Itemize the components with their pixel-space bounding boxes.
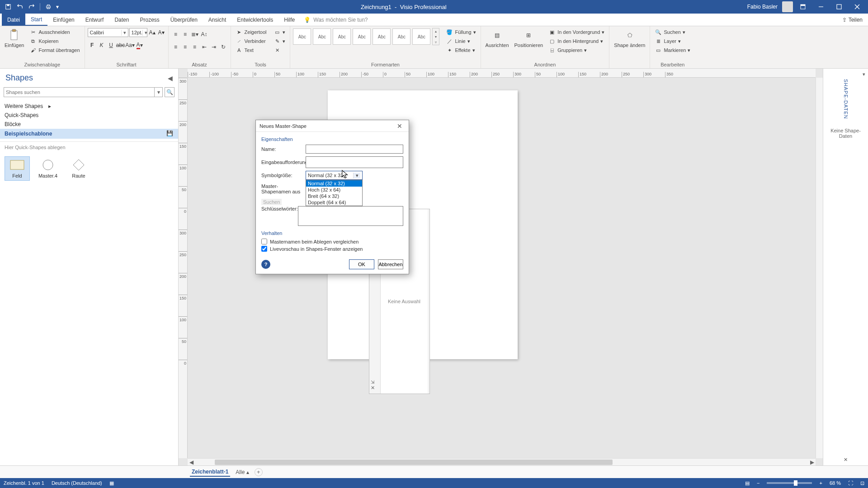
tab-start[interactable]: Start [25,14,47,26]
ok-button[interactable]: OK [349,259,374,269]
tell-me[interactable]: 💡 Was möchten Sie tun? [304,14,368,26]
cancel-button[interactable]: Abbrechen [378,259,403,269]
live-preview-checkbox[interactable]: Livevorschau in Shapes-Fenster anzeigen [261,246,403,252]
change-shape-button[interactable]: ⬠Shape ändern [612,28,647,49]
page-tab-1[interactable]: Zeichenblatt-1 [190,468,230,477]
line-button[interactable]: ／Linie ▾ [444,37,477,45]
case-button[interactable]: Aa▾ [126,41,135,50]
style-swatch[interactable]: Abc [293,28,311,45]
style-swatch[interactable]: Abc [313,28,331,45]
dialog-close-icon[interactable]: ✕ [394,121,405,131]
connect-point-tool[interactable]: ✕ [272,46,287,54]
indent-dec-icon[interactable]: ⇤ [200,42,209,52]
style-swatch[interactable]: Abc [412,28,430,45]
name-input[interactable] [306,145,403,154]
underline-button[interactable]: U [107,41,116,50]
tab-developer[interactable]: Entwicklertools [231,14,278,26]
text-tool[interactable]: AText [234,46,269,54]
match-names-checkbox[interactable]: Masternamen beim Ablegen vergleichen [261,239,403,244]
bring-front-button[interactable]: ▣In den Vordergrund ▾ [547,28,606,36]
collapse-icon[interactable]: ◀ [168,75,173,82]
tab-view[interactable]: Ansicht [203,14,231,26]
iconsize-option[interactable]: Hoch (32 x 64) [306,187,362,193]
zoom-in-icon[interactable]: + [819,480,822,486]
rectangle-tool[interactable]: ▭▾ [272,28,287,36]
paste-button[interactable]: Einfügen [3,28,26,49]
undo-icon[interactable] [14,1,25,12]
style-swatch[interactable]: Abc [353,28,371,45]
italic-button[interactable]: K [97,41,106,50]
pin-icon[interactable]: ⇲ [371,380,374,385]
vertical-scrollbar[interactable] [816,78,823,458]
select-button[interactable]: ▭Markieren ▾ [653,46,692,54]
add-page-button[interactable]: + [255,468,263,476]
style-gallery[interactable]: Abc Abc Abc Abc Abc Abc Abc ▴▾▿ [293,28,439,45]
share-button[interactable]: ⇪ Teilen [837,14,868,26]
shapes-search-input[interactable] [4,87,155,97]
indent-inc-icon[interactable]: ⇥ [209,42,218,52]
layer-button[interactable]: ≣Layer ▾ [653,37,692,45]
keywords-input[interactable] [298,206,403,226]
scroll-thumb[interactable] [215,460,613,465]
align-middle-icon[interactable]: ≡ [181,30,190,39]
maximize-icon[interactable] [831,0,847,14]
font-name-combo[interactable]: Calibri▾ [88,28,128,37]
font-color-button[interactable]: A▾ [135,41,144,50]
minimize-icon[interactable] [813,0,829,14]
align-button[interactable]: ▤Ausrichten [484,28,511,49]
align-center-icon[interactable]: ≡ [181,42,190,52]
tab-help[interactable]: Hilfe [278,14,300,26]
more-shapes-item[interactable]: Weitere Shapes▸ [0,102,178,111]
presentation-mode-icon[interactable]: ▤ [745,480,750,486]
position-button[interactable]: ⊞Positionieren [513,28,545,49]
macro-icon[interactable]: ▦ [109,480,114,486]
tab-process[interactable]: Prozess [134,14,165,26]
tab-insert[interactable]: Einfügen [47,14,80,26]
search-dropdown-icon[interactable]: ▾ [155,87,163,97]
print-icon[interactable] [43,1,54,12]
save-stencil-icon[interactable]: 💾 [166,130,174,137]
align-right-icon[interactable]: ≡ [190,42,199,52]
shape-feld[interactable]: Feld [5,156,30,181]
style-swatch[interactable]: Abc [333,28,351,45]
iconsize-option[interactable]: Breit (64 x 32) [306,193,362,199]
quick-shapes-item[interactable]: Quick-Shapes [0,111,178,120]
prompt-input[interactable] [306,156,403,168]
bullets-icon[interactable]: ≣▾ [190,30,199,39]
tab-design[interactable]: Entwurf [80,14,109,26]
copy-button[interactable]: ⧉Kopieren [28,37,81,45]
blocks-item[interactable]: Blöcke [0,120,178,129]
ribbon-options-icon[interactable] [795,0,811,14]
align-left-icon[interactable]: ≡ [171,42,180,52]
language-button[interactable]: Deutsch (Deutschland) [52,480,102,486]
line-draw-tool[interactable]: ✎▾ [272,37,287,45]
tab-file[interactable]: Datei [2,14,25,26]
help-icon[interactable]: ? [261,260,270,269]
rotate-text-icon[interactable]: ↻ [219,42,228,52]
style-swatch[interactable]: Abc [392,28,410,45]
shape-master4[interactable]: Master.4 [35,156,61,181]
cut-button[interactable]: ✂Ausschneiden [28,28,81,36]
user-name[interactable]: Fabio Basler [747,4,778,10]
all-pages-button[interactable]: Alle ▴ [236,469,249,475]
quick-drop-area[interactable]: Hier Quick-Shapes ablegen [0,141,178,153]
scroll-right-icon[interactable]: ▶ [808,459,816,465]
group-button[interactable]: ⌸Gruppieren ▾ [547,46,606,54]
bold-button[interactable]: F [88,41,97,50]
search-go-button[interactable]: 🔍 [165,87,175,97]
shape-raute[interactable]: Raute [66,156,91,181]
user-avatar[interactable] [782,1,793,12]
fit-window-icon[interactable]: ⛶ [848,480,853,486]
iconsize-combo[interactable]: Normal (32 x 32)▾ Normal (32 x 32) Hoch … [306,171,363,180]
fill-button[interactable]: 🪣Füllung ▾ [444,28,477,36]
close-pane-icon[interactable]: ▾ [863,71,865,77]
text-direction-icon[interactable]: A↕ [200,30,209,39]
send-back-button[interactable]: ▢In den Hintergrund ▾ [547,37,606,45]
effects-button[interactable]: ✦Effekte ▾ [444,46,477,54]
gallery-scroll[interactable]: ▴▾▿ [432,28,439,45]
align-top-icon[interactable]: ≡ [171,30,180,39]
tab-review[interactable]: Überprüfen [165,14,203,26]
pointer-tool[interactable]: ➤Zeigertool [234,28,269,36]
close-pane-x-icon[interactable]: ✕ [844,457,848,463]
horizontal-scrollbar[interactable]: ◀ ▶ [188,458,816,465]
